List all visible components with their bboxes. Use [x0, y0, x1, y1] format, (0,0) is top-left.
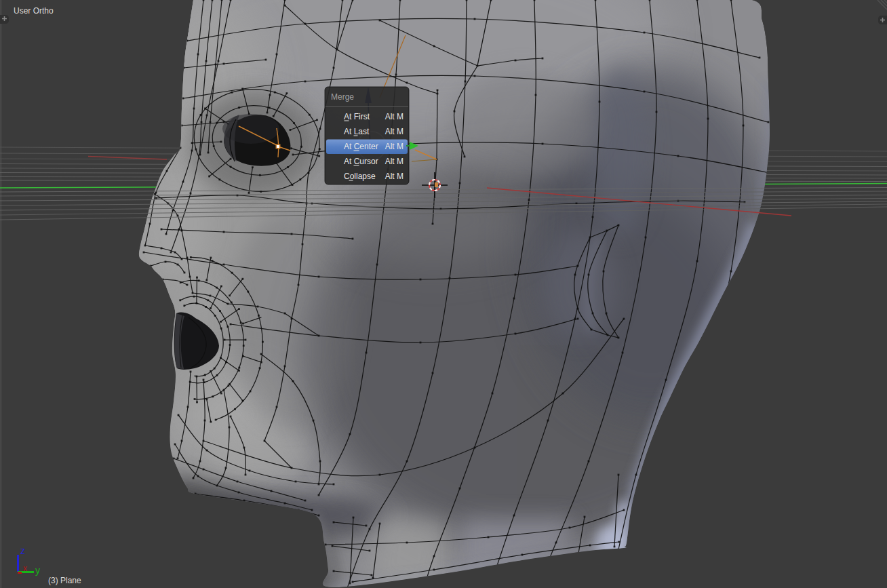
svg-text:At First: At First: [344, 112, 370, 121]
svg-text:Alt M: Alt M: [385, 142, 403, 151]
svg-text:Alt M: Alt M: [385, 127, 403, 136]
svg-text:At Cursor: At Cursor: [344, 157, 378, 166]
svg-text:(3) Plane: (3) Plane: [48, 576, 81, 585]
svg-text:Alt M: Alt M: [385, 157, 403, 166]
svg-text:At Last: At Last: [344, 127, 370, 136]
svg-text:Alt M: Alt M: [385, 172, 403, 181]
svg-text:Collapse: Collapse: [344, 172, 376, 181]
svg-text:x: x: [23, 564, 27, 573]
svg-text:At Center: At Center: [344, 142, 378, 151]
svg-text:z: z: [20, 545, 25, 556]
svg-text:Alt M: Alt M: [385, 112, 403, 121]
svg-text:User Ortho: User Ortho: [14, 6, 54, 16]
svg-text:y: y: [35, 565, 40, 576]
svg-text:Merge: Merge: [331, 92, 354, 102]
